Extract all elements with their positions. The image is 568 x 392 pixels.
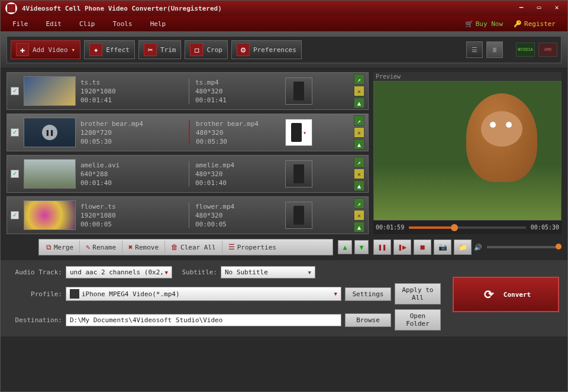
device-selector[interactable]	[285, 202, 312, 229]
destination-input[interactable]: D:\My Documents\4Videosoft Studio\Video	[66, 314, 341, 326]
snapshot-button[interactable]: 📷	[434, 239, 451, 255]
nvidia-badge: NVIDIA	[516, 43, 535, 57]
properties-button[interactable]: ☰Properties	[222, 241, 282, 254]
source-duration: 00:01:41	[80, 96, 184, 104]
file-row[interactable]: ✓ flower.ts 1920*1080 00:00:05 flower.mp…	[7, 196, 369, 234]
file-row[interactable]: ✓ amelie.avi 640*288 00:01:40 amelie.mp4…	[7, 155, 369, 193]
profile-label: Profile:	[9, 290, 62, 298]
audio-track-value: und aac 2 channels (0x2,	[70, 268, 164, 276]
thumbnail[interactable]: ❚❚	[24, 118, 76, 147]
row-remove-button[interactable]: ✕	[354, 127, 364, 138]
thumbnail[interactable]	[24, 159, 76, 189]
menu-edit[interactable]: Edit	[46, 20, 62, 28]
menu-file[interactable]: File	[12, 20, 28, 28]
bottom-panel: Audio Track: und aac 2 channels (0x2,▼ S…	[1, 260, 567, 336]
effect-button[interactable]: ✦ Effect	[84, 40, 135, 59]
stop-button[interactable]: ■	[414, 239, 431, 255]
output-duration: 00:01:41	[195, 96, 280, 104]
minimize-button[interactable]: —	[515, 4, 527, 13]
row-expand-button[interactable]: ↗	[354, 198, 364, 209]
chevron-down-icon: ▼	[165, 270, 168, 276]
rename-button[interactable]: ✎Rename	[80, 241, 122, 254]
maximize-button[interactable]: ▭	[533, 4, 545, 13]
dropdown-caret-icon: ▾	[72, 46, 76, 54]
convert-button[interactable]: ⟳ Convert	[453, 277, 559, 312]
row-remove-button[interactable]: ✕	[354, 169, 364, 179]
row-up-button[interactable]: ▲	[354, 222, 364, 232]
add-video-button[interactable]: ✚ Add Video ▾	[11, 40, 80, 59]
subtitle-combo[interactable]: No Subtitle▼	[221, 266, 315, 278]
source-resolution: 1920*1080	[80, 88, 184, 95]
row-expand-button[interactable]: ↗	[354, 74, 364, 85]
row-expand-button[interactable]: ↗	[354, 115, 364, 126]
remove-button[interactable]: ✖Remove	[122, 241, 165, 254]
current-time: 00:01:59	[376, 224, 404, 231]
device-selector[interactable]	[285, 77, 312, 105]
apply-to-all-button[interactable]: Apply to All	[395, 283, 441, 304]
file-row[interactable]: ✓ ts.ts 1920*1080 00:01:41 ts.mp4 480*32…	[7, 72, 369, 110]
checkbox[interactable]: ✓	[11, 128, 19, 137]
output-filename: flower.mp4	[195, 203, 280, 210]
output-info: ts.mp4 480*320 00:01:41	[189, 79, 280, 104]
register-link[interactable]: 🔑 Register	[514, 20, 556, 28]
menu-clip[interactable]: Clip	[79, 20, 95, 28]
gear-icon: ⚙	[237, 43, 250, 56]
menu-tools[interactable]: Tools	[113, 20, 133, 28]
convert-column: ⟳ Convert	[453, 266, 559, 331]
output-filename: amelie.mp4	[195, 161, 280, 169]
preview-panel: Preview 00:01:59 00:05:30	[373, 72, 561, 234]
device-selector[interactable]	[285, 160, 312, 187]
scissors-icon: ✂	[144, 43, 157, 56]
checkbox[interactable]: ✓	[11, 211, 19, 219]
open-folder-button[interactable]: Open Folder	[395, 309, 441, 331]
clear-all-button[interactable]: 🗑Clear All	[165, 241, 222, 254]
trim-button[interactable]: ✂ Trim	[138, 40, 182, 59]
menu-help[interactable]: Help	[150, 20, 166, 28]
move-down-button[interactable]: ▼	[354, 240, 369, 254]
row-remove-button[interactable]: ✕	[354, 86, 364, 96]
thumbnail[interactable]	[24, 200, 76, 230]
file-list: ✓ ts.ts 1920*1080 00:01:41 ts.mp4 480*32…	[7, 72, 369, 234]
row-expand-button[interactable]: ↗	[354, 157, 364, 167]
buy-now-link[interactable]: 🛒 Buy Now	[465, 20, 503, 28]
step-button[interactable]: ❚▶	[393, 239, 411, 255]
profile-combo[interactable]: iPhone MPEG4 Video(*.mp4) ▼	[66, 287, 341, 301]
volume-slider[interactable]	[487, 246, 561, 248]
close-button[interactable]: ✕	[551, 4, 563, 13]
seek-slider[interactable]	[409, 226, 526, 229]
row-remove-button[interactable]: ✕	[354, 210, 364, 221]
preview-screen[interactable]	[373, 81, 561, 221]
source-filename: ts.ts	[80, 79, 184, 86]
device-selector[interactable]: ▾	[285, 119, 312, 146]
destination-label: Destination:	[9, 316, 62, 324]
view-list-button[interactable]: ☰	[466, 41, 483, 58]
merge-button[interactable]: ⧉Merge	[40, 241, 80, 254]
row-up-button[interactable]: ▲	[354, 98, 364, 108]
preferences-button[interactable]: ⚙ Preferences	[231, 40, 302, 59]
view-detail-button[interactable]: ≣	[486, 41, 503, 58]
crop-button[interactable]: ◻ Crop	[185, 40, 228, 59]
action-row: ⧉Merge ✎Rename ✖Remove 🗑Clear All ☰Prope…	[1, 234, 567, 260]
pause-button[interactable]: ❚❚	[373, 239, 391, 255]
source-info: amelie.avi 640*288 00:01:40	[80, 161, 184, 187]
checkbox[interactable]: ✓	[11, 87, 19, 95]
toolbar: ✚ Add Video ▾ ✦ Effect ✂ Trim ◻ Crop ⚙ P…	[7, 36, 561, 63]
move-up-button[interactable]: ▲	[338, 240, 352, 254]
settings-button[interactable]: Settings	[345, 287, 391, 301]
audio-track-combo[interactable]: und aac 2 channels (0x2,▼	[66, 266, 172, 278]
snapshot-folder-button[interactable]: 📁	[454, 239, 472, 255]
preview-label: Preview	[373, 72, 561, 81]
source-resolution: 640*288	[80, 170, 184, 178]
window-title: 4Videosoft Cell Phone Video Converter(Un…	[22, 5, 515, 12]
output-info: brother bear.mp4 480*320 00:05:30	[189, 120, 280, 145]
browse-button[interactable]: Browse	[345, 313, 391, 327]
subtitle-label: Subtitle:	[176, 268, 217, 276]
thumbnail[interactable]	[24, 76, 76, 106]
checkbox[interactable]: ✓	[11, 170, 19, 178]
file-row[interactable]: ✓ ❚❚ brother bear.mp4 1280*720 00:05:30 …	[7, 114, 369, 151]
row-up-button[interactable]: ▲	[354, 139, 364, 150]
toolbar-container: ✚ Add Video ▾ ✦ Effect ✂ Trim ◻ Crop ⚙ P…	[1, 31, 567, 69]
source-info: flower.ts 1920*1080 00:00:05	[80, 203, 184, 228]
row-up-button[interactable]: ▲	[354, 180, 364, 191]
remove-icon: ✖	[128, 243, 133, 251]
